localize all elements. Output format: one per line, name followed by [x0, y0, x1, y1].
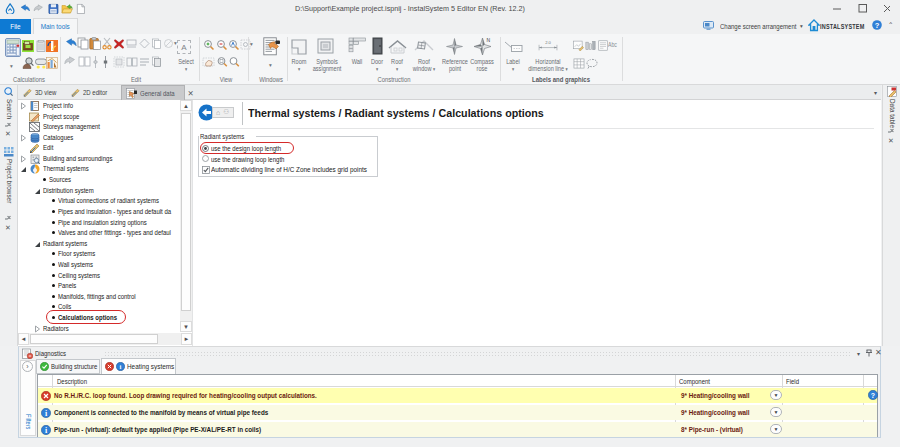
svg-text:2.0: 2.0: [545, 40, 551, 45]
svg-text:N: N: [487, 37, 491, 43]
svg-text:?: ?: [875, 21, 880, 30]
svg-text:?: ?: [871, 392, 875, 399]
svg-text:i: i: [120, 363, 122, 370]
